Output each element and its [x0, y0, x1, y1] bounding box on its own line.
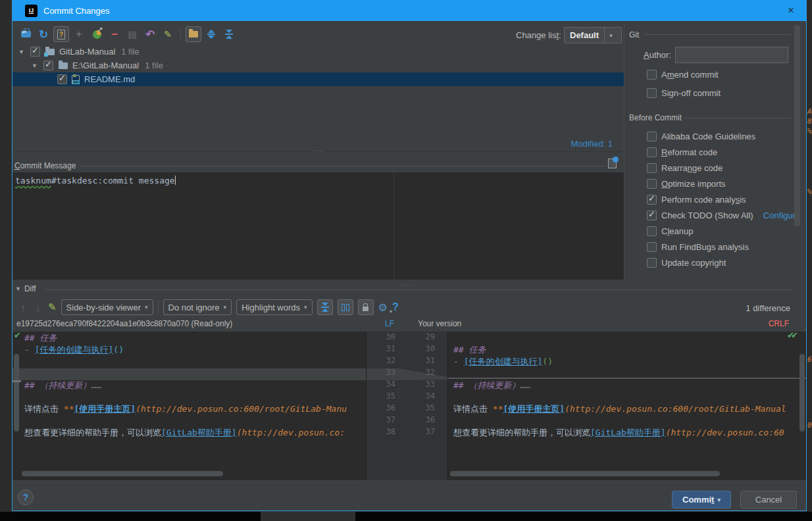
diff-expander-icon[interactable]: ▼	[15, 285, 21, 292]
diff-toolbar: ↑ ↓ ✎ Side-by-side viewer ▾ Do not ignor…	[18, 297, 399, 317]
cancel-button[interactable]: Cancel	[740, 491, 797, 509]
close-button[interactable]: ×	[784, 3, 798, 18]
collapse-unchanged-toggle[interactable]	[317, 299, 333, 315]
refresh-changes-icon[interactable]: ↻	[36, 26, 51, 42]
jump-to-source-icon[interactable]: ✎	[48, 301, 57, 313]
show-unversioned-files-icon[interactable]: ?	[53, 26, 69, 42]
synchronize-scrolling-toggle[interactable]	[338, 299, 353, 315]
commit-message-editor[interactable]: tasknum#taskdesc:commit message	[13, 172, 624, 280]
diff-section-header[interactable]: ▼ Diff	[15, 284, 36, 293]
option-update-copyright[interactable]: Update copyright	[647, 258, 726, 268]
gutter-splitter-grip-icon[interactable]: ····	[395, 388, 402, 399]
right-vertical-scrollbar[interactable]	[799, 354, 805, 432]
chevron-down-icon[interactable]: ▾	[717, 497, 721, 503]
right-line-ending[interactable]: CRLF	[769, 319, 789, 328]
checkbox[interactable]	[647, 226, 657, 236]
author-input[interactable]	[675, 47, 788, 63]
rollback-icon[interactable]: ↶	[142, 26, 158, 42]
tree-row-module[interactable]: ▼ GitLab-Manual 1 file	[13, 45, 624, 59]
tree-expander-icon[interactable]: ▼	[32, 62, 38, 69]
add-file-icon[interactable]: +	[71, 26, 87, 42]
signoff-commit-option[interactable]: Sign-off commit	[647, 88, 721, 98]
option-optimize-imports[interactable]: Optimize imports	[647, 179, 726, 189]
checkbox[interactable]	[647, 147, 657, 157]
amend-commit-option[interactable]: Amend commit	[647, 70, 719, 80]
message-history-icon[interactable]	[608, 159, 617, 168]
diff-left-editor[interactable]: ## 任务 - [任务的创建与执行]() ## （持续更新）…… 详情点击 **…	[13, 332, 367, 480]
tree-checkbox[interactable]	[43, 61, 53, 70]
option-reformat-code[interactable]: Reformat code	[647, 147, 717, 157]
line-number: 36	[369, 403, 395, 415]
line-number: 31	[369, 344, 395, 356]
checkbox[interactable]	[647, 258, 657, 268]
read-only-lock-toggle[interactable]	[358, 299, 374, 315]
expand-all-icon[interactable]	[203, 26, 219, 42]
commit-message-text: tasknum#taskdesc:commit message	[15, 176, 176, 186]
diff-right-editor[interactable]: ## 任务 - [任务的创建与执行]() ## （持续更新）…… 详情点击 **…	[448, 332, 806, 480]
splitter-grip-icon[interactable]: ·····	[312, 147, 325, 154]
checkbox[interactable]	[647, 211, 657, 220]
next-difference-icon[interactable]: ↓	[33, 302, 43, 313]
code-line: ## （持续更新）……	[448, 380, 806, 391]
code-line	[448, 415, 806, 427]
help-button[interactable]: ?	[18, 489, 34, 505]
checkbox[interactable]	[647, 242, 657, 252]
option-rearrange-code[interactable]: Rearrange code	[647, 163, 723, 173]
option-check-todo[interactable]: Check TODO (Show All) Configure	[647, 211, 800, 220]
whitespace-policy-combo[interactable]: Do not ignore ▾	[163, 299, 232, 315]
changelist-icon[interactable]: ▤	[124, 26, 140, 42]
plus-glyph: +	[76, 28, 82, 41]
viewer-type-combo[interactable]: Side-by-side viewer ▾	[61, 299, 153, 315]
tree-item-label: E:\GitLab-Manual	[72, 61, 139, 70]
line-number: 29	[409, 332, 435, 344]
option-perform-code-analysis[interactable]: Perform code analysis	[647, 195, 746, 205]
chevron-down-icon: ▾	[145, 304, 148, 310]
checkbox[interactable]	[647, 163, 657, 173]
gear-icon[interactable]: ⚙	[378, 301, 388, 314]
tree-expander-icon[interactable]: ▼	[18, 49, 24, 55]
commit-changes-dialog: IJ Commit Changes × ↻ ? + − ▤ ↶ ✎ Change…	[12, 0, 807, 511]
cancel-button-label: Cancel	[755, 495, 782, 505]
misspelled-word: tasknum	[15, 176, 51, 186]
option-run-findbugs[interactable]: Run FindBugs analysis	[647, 242, 749, 252]
commit-button[interactable]: Commit ▾	[672, 491, 731, 509]
left-horizontal-scrollbar[interactable]	[22, 471, 223, 476]
checkbox[interactable]	[647, 179, 657, 189]
apply-change-icon[interactable]: ✔	[14, 332, 21, 340]
change-marker	[13, 380, 21, 382]
previous-difference-icon[interactable]: ↑	[18, 302, 28, 313]
commit-changes-icon[interactable]	[18, 26, 34, 42]
code-fragment: A	[807, 107, 812, 116]
taskbar-item[interactable]	[261, 512, 355, 521]
difference-count: 1 difference	[746, 303, 790, 313]
highlight-mode-combo[interactable]: Highlight words ▾	[236, 299, 312, 315]
chevron-down-icon[interactable]: ▾	[604, 28, 617, 43]
signoff-commit-checkbox[interactable]	[647, 88, 657, 98]
help-icon[interactable]: ?	[392, 301, 399, 313]
author-label: Author:	[644, 50, 671, 60]
move-to-changelist-icon[interactable]	[89, 26, 105, 42]
collapse-all-icon[interactable]	[221, 26, 237, 42]
splitter-grip-icon[interactable]: ·····	[401, 282, 414, 288]
right-horizontal-scrollbar[interactable]	[450, 471, 720, 476]
group-by-directory-icon[interactable]	[186, 26, 201, 42]
dialog-titlebar[interactable]: IJ Commit Changes ×	[13, 0, 806, 21]
tree-row-file-selected[interactable]: README.md	[13, 72, 624, 86]
checkbox[interactable]	[647, 195, 657, 205]
options-scrollbar[interactable]	[794, 25, 800, 226]
amend-commit-checkbox[interactable]	[647, 70, 657, 80]
left-line-ending[interactable]: LF	[385, 319, 394, 328]
changes-applied-icon[interactable]: ✔	[791, 332, 798, 340]
option-alibaba-guidelines[interactable]: Alibaba Code Guidelines	[647, 132, 755, 141]
checkbox[interactable]	[647, 132, 657, 141]
tree-row-directory[interactable]: ▼ E:\GitLab-Manual 1 file	[13, 59, 624, 72]
tree-checkbox[interactable]	[57, 74, 67, 84]
delete-icon[interactable]: −	[107, 26, 122, 42]
chevron-down-icon: ▾	[304, 304, 307, 310]
option-cleanup[interactable]: Cleanup	[647, 226, 693, 236]
changelist-combo[interactable]: Default ▾	[564, 27, 622, 43]
left-vertical-scrollbar[interactable]	[14, 354, 19, 432]
show-diff-icon[interactable]: ✎	[160, 26, 176, 42]
dialog-title: Commit Changes	[43, 6, 109, 16]
tree-checkbox[interactable]	[30, 47, 40, 57]
